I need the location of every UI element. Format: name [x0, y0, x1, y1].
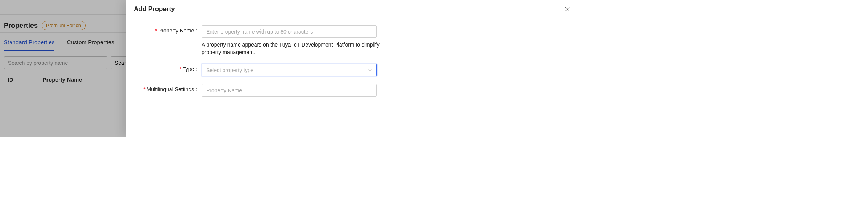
required-asterisk: *	[143, 86, 145, 92]
drawer-title: Add Property	[134, 5, 175, 13]
property-name-input[interactable]	[202, 25, 377, 38]
required-asterisk: *	[155, 27, 157, 34]
required-asterisk: *	[179, 66, 181, 72]
property-name-label-cell: *Property Name :	[135, 25, 202, 34]
add-property-form: *Property Name : A property name appears…	[126, 18, 579, 104]
multilingual-label: Multilingual Settings	[147, 86, 194, 92]
field-property-name: *Property Name : A property name appears…	[135, 25, 570, 56]
type-label-cell: *Type :	[135, 64, 202, 72]
add-property-drawer: Add Property *Property Name : A property…	[126, 0, 579, 137]
drawer-header: Add Property	[126, 0, 579, 18]
field-type: *Type : Select property type	[135, 64, 570, 76]
close-button[interactable]	[563, 5, 572, 14]
type-select[interactable]: Select property type	[202, 64, 377, 76]
close-icon	[564, 6, 570, 12]
type-label: Type	[183, 66, 194, 72]
multilingual-input[interactable]	[202, 84, 377, 97]
type-select-placeholder: Select property type	[206, 67, 368, 73]
field-multilingual: *Multilingual Settings :	[135, 84, 570, 97]
chevron-down-icon	[368, 68, 372, 72]
multilingual-label-cell: *Multilingual Settings :	[135, 84, 202, 92]
property-name-label: Property Name	[158, 27, 194, 34]
property-name-help: A property name appears on the Tuya IoT …	[202, 41, 391, 56]
